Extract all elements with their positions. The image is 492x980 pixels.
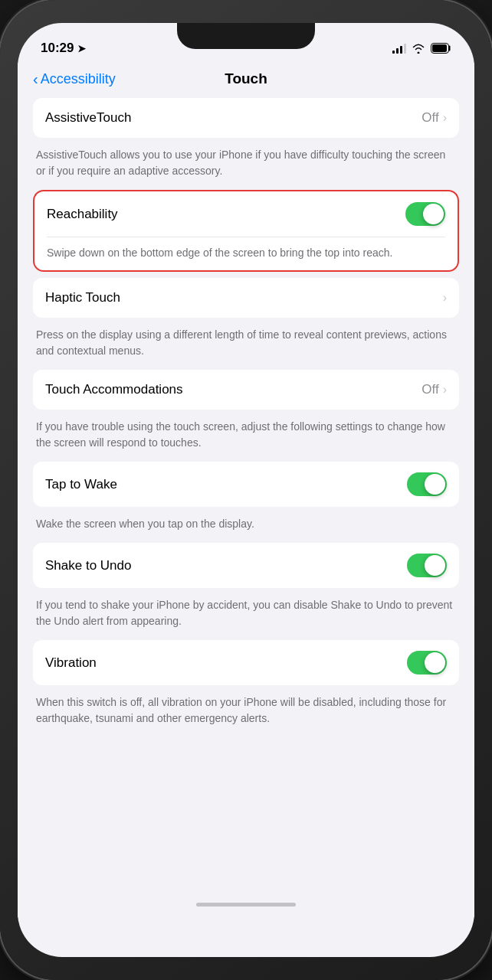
svg-rect-1 — [432, 44, 447, 52]
signal-bar-3 — [400, 46, 402, 54]
assistive-touch-description: AssistiveTouch allows you to use your iP… — [33, 144, 459, 185]
assistive-touch-label: AssistiveTouch — [45, 110, 131, 126]
back-button[interactable]: ‹ Accessibility — [33, 70, 116, 88]
phone-screen: 10:29 ➤ — [18, 23, 474, 957]
reachability-row[interactable]: Reachability — [34, 191, 458, 237]
haptic-touch-description: Press on the display using a different l… — [33, 324, 459, 365]
haptic-touch-card: Haptic Touch › — [33, 278, 459, 318]
shake-to-undo-toggle[interactable] — [407, 554, 447, 577]
haptic-touch-value: › — [443, 291, 447, 305]
haptic-touch-chevron-icon: › — [443, 291, 447, 305]
tap-to-wake-card: Tap to Wake — [33, 462, 459, 507]
vibration-section: Vibration When this switch is off, all v… — [33, 640, 459, 733]
tap-to-wake-row[interactable]: Tap to Wake — [33, 462, 459, 507]
touch-accommodations-chevron-icon: › — [443, 383, 447, 397]
tap-to-wake-knob — [425, 474, 445, 495]
notch — [177, 23, 315, 49]
chevron-back-icon: ‹ — [33, 70, 38, 88]
shake-to-undo-card: Shake to Undo — [33, 543, 459, 588]
haptic-touch-section: Haptic Touch › Press on the display usin… — [33, 278, 459, 365]
vibration-knob — [425, 652, 445, 673]
signal-bar-2 — [396, 48, 399, 54]
touch-accommodations-value: Off › — [421, 382, 447, 397]
phone-frame: 10:29 ➤ — [0, 0, 492, 980]
page-title: Touch — [225, 70, 267, 87]
shake-to-undo-label: Shake to Undo — [45, 558, 131, 573]
reachability-label: Reachability — [47, 207, 118, 222]
tap-to-wake-toggle[interactable] — [407, 472, 447, 496]
signal-bar-1 — [392, 51, 395, 54]
vibration-description: When this switch is off, all vibration o… — [33, 691, 459, 733]
shake-to-undo-description: If you tend to shake your iPhone by acci… — [33, 594, 459, 635]
haptic-touch-row[interactable]: Haptic Touch › — [33, 278, 459, 318]
assistive-touch-card: AssistiveTouch Off › — [33, 98, 459, 138]
status-icons — [392, 43, 451, 54]
tap-to-wake-section: Tap to Wake Wake the screen when you tap… — [33, 462, 459, 538]
status-time: 10:29 ➤ — [41, 41, 86, 56]
settings-list[interactable]: AssistiveTouch Off › AssistiveTouch allo… — [18, 98, 474, 891]
assistive-touch-status: Off — [421, 110, 438, 126]
vibration-label: Vibration — [45, 655, 97, 671]
reachability-section: Reachability Swipe down on the bottom ed… — [33, 190, 459, 272]
touch-accommodations-label: Touch Accommodations — [45, 382, 183, 397]
assistive-touch-row[interactable]: AssistiveTouch Off › — [33, 98, 459, 138]
assistive-touch-section: AssistiveTouch Off › AssistiveTouch allo… — [33, 98, 459, 185]
touch-accommodations-description: If you have trouble using the touch scre… — [33, 416, 459, 457]
reachability-description: Swipe down on the bottom edge of the scr… — [34, 237, 458, 270]
vibration-toggle[interactable] — [407, 651, 447, 675]
assistive-touch-chevron-icon: › — [443, 111, 447, 125]
touch-accommodations-status: Off — [421, 382, 438, 397]
back-label: Accessibility — [41, 71, 116, 87]
nav-header: ‹ Accessibility Touch — [18, 63, 474, 98]
haptic-touch-label: Haptic Touch — [45, 290, 120, 305]
tap-to-wake-description: Wake the screen when you tap on the disp… — [33, 513, 459, 538]
shake-to-undo-section: Shake to Undo If you tend to shake your … — [33, 543, 459, 635]
signal-strength — [392, 43, 406, 54]
shake-to-undo-knob — [425, 555, 445, 576]
assistive-touch-value: Off › — [421, 110, 447, 126]
touch-accommodations-card: Touch Accommodations Off › — [33, 370, 459, 410]
battery-icon — [431, 43, 451, 54]
toggle-knob — [423, 204, 444, 224]
location-icon: ➤ — [77, 43, 86, 54]
touch-accommodations-row[interactable]: Touch Accommodations Off › — [33, 370, 459, 410]
signal-bar-4 — [404, 44, 406, 54]
home-bar — [196, 903, 296, 906]
vibration-row[interactable]: Vibration — [33, 640, 459, 685]
home-indicator[interactable] — [18, 891, 474, 917]
shake-to-undo-row[interactable]: Shake to Undo — [33, 543, 459, 588]
touch-accommodations-section: Touch Accommodations Off › If you have t… — [33, 370, 459, 457]
reachability-toggle[interactable] — [405, 202, 445, 226]
vibration-card: Vibration — [33, 640, 459, 685]
tap-to-wake-label: Tap to Wake — [45, 477, 117, 492]
wifi-icon — [412, 43, 425, 54]
time-display: 10:29 — [41, 41, 74, 56]
